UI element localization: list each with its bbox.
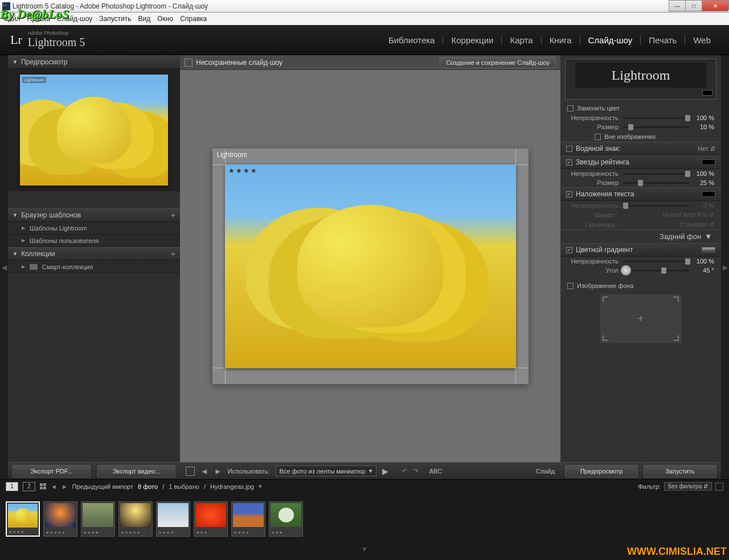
gradient-angle-slider[interactable] bbox=[623, 270, 689, 271]
text-opacity-slider bbox=[623, 205, 689, 207]
smart-collection[interactable]: ▶ Смарт-коллекция bbox=[8, 261, 180, 273]
identity-opacity-slider[interactable] bbox=[623, 117, 689, 119]
bg-image-checkbox[interactable] bbox=[567, 283, 574, 289]
gradient-checkbox[interactable]: ✓ bbox=[566, 247, 572, 253]
bottom-collapse[interactable]: ▼ bbox=[0, 545, 729, 560]
rating-color-swatch[interactable] bbox=[702, 159, 715, 165]
display-1[interactable]: 1 bbox=[6, 482, 18, 491]
gradient-section[interactable]: ✓ Цветной градиент bbox=[560, 243, 721, 257]
thumbnail[interactable]: ★★★★ bbox=[81, 501, 115, 537]
menu-file[interactable]: Файл bbox=[3, 15, 21, 23]
play-button[interactable]: ▶ bbox=[382, 467, 388, 476]
menu-play[interactable]: Запустить bbox=[99, 15, 131, 23]
backdrop-label: Задний фон bbox=[660, 232, 701, 241]
bg-image-dropzone[interactable]: + bbox=[600, 294, 681, 343]
watermark-section[interactable]: Водяной знак: Нет ⇵ bbox=[560, 142, 721, 155]
rotate-ccw-icon[interactable]: ↶ bbox=[402, 467, 407, 475]
thumbnail[interactable]: ★★★★★ bbox=[118, 501, 153, 537]
collections-header[interactable]: ▼ Коллекции + bbox=[8, 247, 180, 261]
rotate-cw-icon[interactable]: ↷ bbox=[413, 467, 418, 475]
text-overlay-checkbox[interactable]: ✓ bbox=[566, 191, 572, 197]
save-slideshow-button[interactable]: Создание и сохранение Слайд-шоу bbox=[440, 57, 556, 68]
gradient-opacity-slider[interactable] bbox=[623, 261, 689, 262]
stop-button[interactable] bbox=[186, 467, 195, 476]
identity-plate[interactable]: Lightroom bbox=[565, 59, 716, 100]
thumbnail[interactable]: ★★★★★ bbox=[43, 501, 77, 537]
slide-frame[interactable]: Lightroom ★★★★ bbox=[212, 149, 529, 384]
module-book[interactable]: Книга bbox=[542, 35, 580, 45]
chevron-down-icon[interactable]: ▾ bbox=[259, 483, 262, 490]
maximize-button[interactable]: □ bbox=[685, 0, 702, 11]
close-button[interactable]: ✕ bbox=[702, 0, 729, 11]
breadcrumb-source[interactable]: Предыдущий импорт bbox=[72, 483, 133, 490]
watermark-value[interactable]: Нет ⇵ bbox=[698, 145, 715, 153]
grid-icon[interactable] bbox=[40, 483, 46, 489]
rating-checkbox[interactable]: ✓ bbox=[566, 159, 572, 166]
filmstrip[interactable]: ★★★★★★★★★★★★★★★★★★★★★★★★★★★★★★★★ bbox=[0, 493, 729, 545]
preview-image[interactable]: Lightroom bbox=[20, 75, 168, 186]
menu-edit[interactable]: Правка bbox=[27, 15, 51, 23]
gradient-swatch[interactable] bbox=[702, 247, 715, 253]
gradient-angle-row: Угол 45 ° bbox=[560, 266, 721, 275]
module-map[interactable]: Карта bbox=[502, 35, 541, 45]
export-pdf-button[interactable]: Экспорт PDF... bbox=[13, 465, 91, 477]
menu-view[interactable]: Вид bbox=[138, 15, 151, 23]
backdrop-title[interactable]: Задний фон ▼ bbox=[560, 229, 721, 243]
menu-help[interactable]: Справка bbox=[180, 15, 207, 23]
rating-section[interactable]: ✓ Звезды рейтинга bbox=[560, 155, 721, 169]
module-develop[interactable]: Коррекции bbox=[443, 35, 502, 45]
module-web[interactable]: Web bbox=[685, 35, 719, 45]
gradient-opacity-value: 100 % bbox=[694, 258, 714, 265]
rating-opacity-slider[interactable] bbox=[623, 173, 689, 175]
watermark-checkbox[interactable] bbox=[566, 146, 572, 152]
identity-opacity-value: 100 % bbox=[694, 114, 714, 121]
thumbnail[interactable]: ★★★★ bbox=[6, 501, 40, 537]
rating-size-slider[interactable] bbox=[623, 182, 689, 184]
thumbnail[interactable]: ★★★★ bbox=[156, 501, 190, 537]
identity-color-swatch[interactable] bbox=[702, 90, 712, 96]
display-2[interactable]: 2 bbox=[23, 482, 35, 491]
add-collection-button[interactable]: + bbox=[171, 249, 175, 258]
face-value[interactable]: Стандарт ⇵ bbox=[623, 221, 714, 228]
override-color-checkbox[interactable] bbox=[567, 105, 574, 112]
abc-button[interactable]: ABC bbox=[429, 468, 443, 475]
template-user[interactable]: ▶ Шаблоны пользователя bbox=[8, 234, 180, 247]
menu-slideshow[interactable]: Слайд-шоу bbox=[57, 15, 92, 23]
font-value[interactable]: Myriad Web Pro ⇵ bbox=[623, 211, 714, 219]
use-dropdown[interactable]: Все фото из ленты миниатюр ▾ bbox=[276, 466, 376, 476]
template-label: Шаблоны пользователя bbox=[30, 237, 99, 244]
left-collapse[interactable]: ◀ bbox=[0, 55, 8, 479]
preview-header[interactable]: ▼ Предпросмотр bbox=[8, 55, 180, 69]
next-slide-button[interactable]: ► bbox=[214, 467, 222, 476]
module-print[interactable]: Печать bbox=[641, 35, 685, 45]
add-template-button[interactable]: + bbox=[171, 211, 175, 220]
nav-back-icon[interactable]: ◄ bbox=[51, 483, 57, 490]
slide-image[interactable] bbox=[225, 164, 516, 368]
thumbnail[interactable]: ★★★ bbox=[269, 501, 303, 537]
thumbnail-image bbox=[271, 503, 301, 527]
text-overlay-section[interactable]: ✓ Наложения текста bbox=[560, 187, 721, 201]
menu-window[interactable]: Окно bbox=[157, 15, 173, 23]
outside-image-checkbox[interactable] bbox=[595, 134, 601, 140]
prev-slide-button[interactable]: ◄ bbox=[200, 467, 208, 476]
right-collapse[interactable]: ▶ bbox=[721, 55, 729, 479]
nav-fwd-icon[interactable]: ► bbox=[62, 483, 68, 490]
filter-dropdown[interactable]: Без фильтра ⇵ bbox=[664, 482, 712, 491]
minimize-button[interactable]: — bbox=[669, 0, 686, 11]
module-slideshow[interactable]: Слайд-шоу bbox=[580, 35, 641, 45]
preview-button[interactable]: Предпросмотр bbox=[565, 465, 638, 477]
triangle-right-icon: ▶ bbox=[22, 264, 25, 269]
identity-size-slider[interactable] bbox=[623, 126, 689, 128]
text-color-swatch[interactable] bbox=[702, 191, 715, 197]
thumbnail[interactable]: ★★★ bbox=[194, 501, 228, 537]
template-lightroom[interactable]: ▶ Шаблоны Lightroom bbox=[8, 222, 180, 234]
play-slideshow-button[interactable]: Запустить bbox=[644, 465, 716, 477]
module-library[interactable]: Библиотека bbox=[380, 35, 444, 45]
thumbnail-rating: ★★★ bbox=[196, 530, 208, 535]
thumbnail-rating: ★★★★★ bbox=[46, 530, 65, 535]
thumbnail[interactable]: ★★★★ bbox=[231, 501, 265, 537]
export-video-button[interactable]: Экспорт видео... bbox=[97, 465, 175, 477]
triangle-down-icon: ▼ bbox=[13, 59, 18, 65]
templates-header[interactable]: ▼ Браузер шаблонов + bbox=[8, 208, 180, 222]
filter-lock-icon[interactable] bbox=[715, 483, 723, 491]
